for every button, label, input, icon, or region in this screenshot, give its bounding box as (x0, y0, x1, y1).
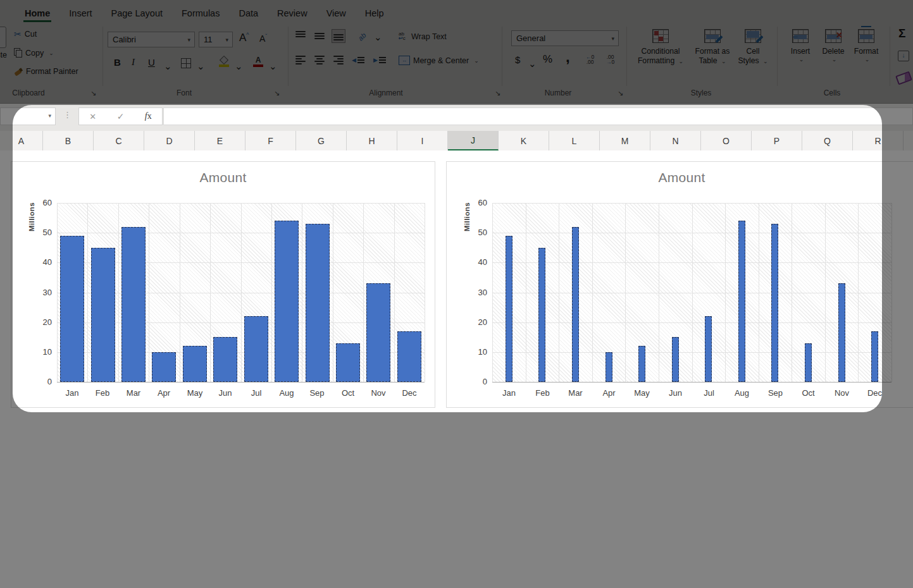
column-header-H[interactable]: H (347, 131, 397, 150)
decrease-font-size-button[interactable]: Aˇ (259, 33, 267, 44)
bar-Apr[interactable] (606, 352, 612, 382)
autosum-button[interactable]: Σ (898, 27, 905, 40)
increase-indent-button[interactable]: ▶ (373, 57, 386, 63)
paste-button[interactable]: Paste (0, 27, 10, 59)
chevron-down-icon[interactable]: ⌄ (269, 61, 277, 72)
chevron-down-icon[interactable]: ⌄ (374, 32, 382, 43)
column-header-J[interactable]: J (448, 131, 499, 150)
italic-button[interactable]: I (132, 57, 135, 68)
middle-align-button[interactable] (313, 29, 326, 43)
sheet[interactable]: AmountMillions0102030405060JanFebMarAprM… (0, 150, 913, 588)
orientation-button[interactable]: ab (357, 31, 368, 42)
bar-Jun[interactable] (213, 337, 237, 382)
cell-styles-button[interactable]: Cell Styles ⌄ (728, 29, 778, 66)
bar-Jul[interactable] (705, 316, 712, 382)
fill-down-button[interactable]: ↓ (898, 51, 909, 61)
column-header-L[interactable]: L (549, 131, 600, 150)
clear-eraser-button[interactable] (895, 71, 912, 85)
chevron-down-icon[interactable]: ⌄ (164, 61, 172, 72)
tab-review[interactable]: Review (268, 4, 317, 23)
column-header-B[interactable]: B (43, 131, 94, 150)
number-format-combo[interactable]: General ▾ (511, 30, 619, 46)
conditional-formatting-button[interactable]: Conditional Formatting ⌄ (635, 29, 686, 66)
underline-button[interactable]: U (148, 57, 155, 68)
insert-cells-button[interactable]: ← Insert ⌄ (784, 29, 817, 63)
top-align-button[interactable] (294, 29, 307, 43)
column-header-O[interactable]: O (701, 131, 752, 150)
increase-decimal-button[interactable]: ←0.00 (586, 54, 594, 64)
chevron-down-icon[interactable]: ⌄ (197, 61, 205, 72)
copy-button[interactable]: Copy ⌄ (14, 48, 54, 58)
bar-May[interactable] (183, 346, 207, 382)
chevron-down-icon[interactable]: ⌄ (235, 61, 243, 72)
insert-function-icon[interactable]: fx (145, 111, 152, 121)
tab-view[interactable]: View (317, 4, 356, 23)
bar-Mar[interactable] (572, 227, 579, 382)
font-dialog-launcher[interactable]: ↘ (274, 89, 280, 97)
bar-Jun[interactable] (672, 337, 679, 382)
chart-right[interactable]: AmountMillions0102030405060JanFebMarAprM… (446, 161, 913, 408)
font-name-combo[interactable]: Calibri ▾ (108, 32, 195, 47)
column-header-R[interactable]: R (853, 131, 904, 150)
bar-Jan[interactable] (506, 236, 512, 382)
delete-cells-button[interactable]: ✕ Delete ⌄ (817, 29, 850, 63)
align-center-button[interactable] (313, 53, 326, 67)
bar-Jan[interactable] (60, 236, 84, 382)
bar-Aug[interactable] (738, 221, 745, 382)
enter-icon[interactable]: ✓ (117, 111, 125, 121)
bar-May[interactable] (638, 346, 645, 382)
column-header-D[interactable]: D (144, 131, 195, 150)
tab-home[interactable]: Home (15, 4, 59, 23)
column-header-P[interactable]: P (752, 131, 802, 150)
bar-Dec[interactable] (871, 331, 878, 382)
clipboard-dialog-launcher[interactable]: ↘ (90, 89, 96, 97)
bar-Oct[interactable] (336, 343, 360, 382)
tab-data[interactable]: Data (229, 4, 268, 23)
chevron-down-icon[interactable]: ⌄ (528, 58, 537, 70)
bar-Feb[interactable] (538, 248, 545, 382)
cut-button[interactable]: ✂ Cut (14, 29, 37, 39)
align-left-button[interactable] (294, 53, 307, 67)
tab-page-layout[interactable]: Page Layout (102, 4, 172, 23)
font-color-button[interactable]: A (253, 57, 263, 67)
bar-Nov[interactable] (838, 283, 845, 382)
font-size-combo[interactable]: 11 ▾ (199, 32, 233, 47)
column-header-C[interactable]: C (94, 131, 144, 150)
merge-center-button[interactable]: ↔ Merge & Center ⌄ (399, 56, 479, 65)
bar-Sep[interactable] (306, 224, 330, 382)
cancel-icon[interactable]: ✕ (89, 112, 96, 121)
bar-Sep[interactable] (771, 224, 778, 382)
name-box[interactable]: ▾ (0, 107, 56, 125)
bar-Nov[interactable] (366, 283, 390, 382)
increase-font-size-button[interactable]: A^ (239, 32, 249, 44)
column-header-G[interactable]: G (296, 131, 347, 150)
bar-Aug[interactable] (275, 221, 299, 382)
column-header-F[interactable]: F (245, 131, 296, 150)
bottom-align-button[interactable] (332, 29, 345, 43)
column-header-N[interactable]: N (650, 131, 701, 150)
align-right-button[interactable] (332, 53, 345, 67)
bar-Dec[interactable] (397, 331, 421, 382)
decrease-decimal-button[interactable]: .00→0 (606, 54, 614, 64)
column-header-I[interactable]: I (397, 131, 448, 150)
currency-format-button[interactable]: $ (515, 54, 520, 65)
bold-button[interactable]: B (114, 57, 121, 68)
formula-input[interactable] (163, 107, 913, 125)
bar-Oct[interactable] (805, 343, 812, 382)
column-header-Q[interactable]: Q (802, 131, 853, 150)
comma-format-button[interactable]: , (566, 48, 570, 66)
bar-Mar[interactable] (121, 227, 146, 382)
tab-help[interactable]: Help (356, 4, 394, 23)
wrap-text-button[interactable]: ab↩c Wrap Text (399, 32, 447, 41)
column-header-K[interactable]: K (499, 131, 549, 150)
bar-Feb[interactable] (91, 248, 115, 382)
fill-color-button[interactable] (219, 57, 229, 67)
tab-formulas[interactable]: Formulas (172, 4, 229, 23)
percent-format-button[interactable]: % (543, 53, 552, 66)
borders-button[interactable] (181, 58, 191, 68)
alignment-dialog-launcher[interactable]: ↘ (495, 89, 500, 97)
format-painter-button[interactable]: Format Painter (14, 67, 78, 76)
format-cells-button[interactable]: Format ⌄ (850, 29, 883, 63)
column-header-M[interactable]: M (600, 131, 650, 150)
tab-insert[interactable]: Insert (59, 4, 101, 23)
